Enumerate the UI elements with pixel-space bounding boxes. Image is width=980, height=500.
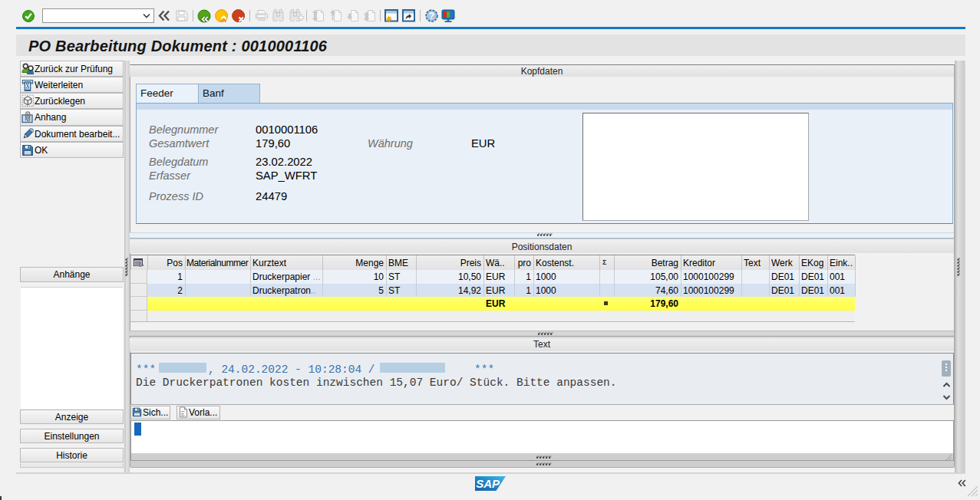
svg-text:?: ? <box>429 11 434 21</box>
svg-text:SAP: SAP <box>476 477 500 490</box>
